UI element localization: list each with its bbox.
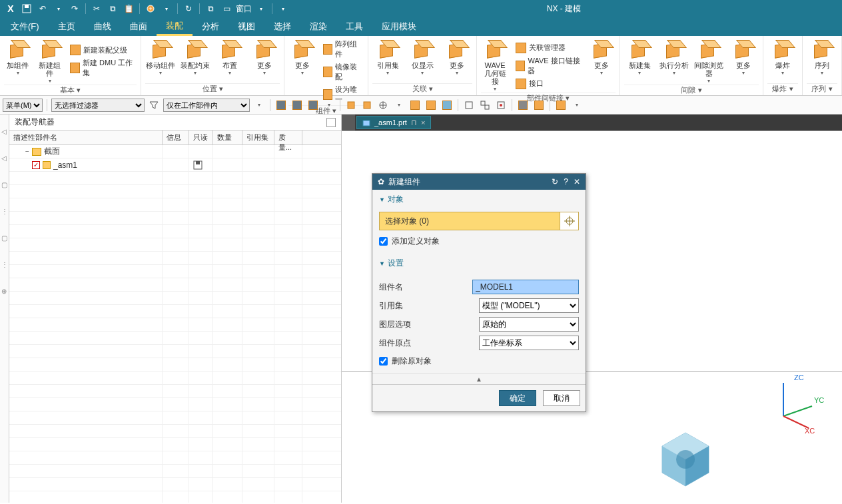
toolbar-dropdown-3[interactable]: ▾	[570, 99, 584, 112]
ribbon-small-btn[interactable]: WAVE 接口链接器	[513, 55, 584, 77]
toolbar-icon-6[interactable]	[376, 99, 390, 112]
toolbar-icon-5[interactable]	[360, 99, 374, 112]
menu-tab-10[interactable]: 应用模块	[372, 17, 426, 36]
paste-icon[interactable]: 📋	[122, 2, 135, 15]
resource-bar[interactable]: ◁ ◁ ▢ ⋮ ▢ ⋮ ⊕	[0, 115, 9, 503]
undo-icon[interactable]: ↶	[36, 2, 49, 15]
toolbar-icon-7[interactable]	[408, 99, 422, 112]
menu-tab-7[interactable]: 选择	[264, 17, 300, 36]
menu-tab-4[interactable]: 装配	[157, 17, 193, 36]
ribbon-btn[interactable]: 执行分析▾	[659, 39, 689, 85]
qat-dropdown2-icon[interactable]: ▾	[160, 2, 173, 15]
ribbon-group-label[interactable]: 序列 ▾	[807, 83, 837, 95]
repeat-icon[interactable]: ↻	[182, 2, 195, 15]
nav-column-header[interactable]: 质量...	[274, 130, 302, 144]
qat-overflow-icon[interactable]: ▾	[276, 2, 290, 15]
menu-tab-8[interactable]: 渲染	[300, 17, 336, 36]
ribbon-btn[interactable]: 布置▾	[214, 39, 245, 83]
selection-filter[interactable]: 无选择过滤器	[51, 99, 145, 112]
ribbon-small-btn[interactable]: 阵列组件	[320, 39, 364, 60]
nav-row[interactable]: −截面	[9, 145, 341, 158]
resource-tab-5[interactable]: ▢	[1, 234, 8, 241]
resource-tab-7[interactable]: ⊕	[1, 288, 8, 294]
window-menu[interactable]: 窗口	[236, 3, 252, 15]
copy-icon[interactable]: ⧉	[106, 2, 119, 15]
redo-icon[interactable]: ↷	[68, 2, 81, 15]
ribbon-small-btn[interactable]: 新建装配父级	[67, 44, 137, 56]
ribbon-btn[interactable]: WAVE 几何链接▾	[481, 39, 509, 93]
menu-tab-5[interactable]: 分析	[193, 17, 228, 36]
ribbon-btn[interactable]: 新建组件▾	[36, 39, 64, 85]
ribbon-btn[interactable]: 仅显示▾	[407, 39, 438, 83]
ribbon-btn[interactable]: 引用集▾	[372, 39, 403, 83]
ribbon-small-btn[interactable]: 关联管理器	[513, 42, 584, 54]
nav-column-header[interactable]: 只读	[189, 130, 213, 144]
dialog-close-icon[interactable]: ✕	[574, 177, 580, 186]
graphics-tab-active[interactable]: _asm1.prt ⊓ ×	[356, 116, 431, 129]
qat-dropdown-icon[interactable]: ▾	[52, 2, 65, 15]
save-icon[interactable]	[20, 2, 33, 15]
delete-original-checkbox[interactable]	[379, 357, 388, 366]
layer-option-select[interactable]: 原始的	[479, 317, 579, 332]
menu-tab-9[interactable]: 工具	[336, 17, 372, 36]
resource-tab-6[interactable]: ⋮	[1, 261, 8, 268]
menu-tab-3[interactable]: 曲面	[121, 17, 157, 36]
dialog-help-icon[interactable]: ?	[564, 177, 568, 186]
component-origin-select[interactable]: 工作坐标系	[479, 336, 579, 350]
toolbar-icon-10[interactable]	[462, 99, 476, 112]
section-object-header[interactable]: 对象	[372, 190, 586, 209]
dialog-reset-icon[interactable]: ↻	[552, 177, 558, 186]
toolbar-icon-9[interactable]	[440, 99, 454, 112]
cancel-button[interactable]: 取消	[543, 390, 580, 406]
toolbar-icon-2[interactable]	[290, 99, 304, 112]
ribbon-group-label[interactable]: 基本 ▾	[4, 85, 137, 95]
ribbon-btn[interactable]: 更多▾	[728, 39, 759, 85]
toolbar-dropdown-2[interactable]: ▾	[392, 99, 406, 112]
toolbar-icon-4[interactable]	[344, 99, 358, 112]
toolbar-icon-1[interactable]	[274, 99, 288, 112]
window-dropdown-icon[interactable]: ▾	[254, 2, 268, 15]
close-icon[interactable]: ×	[421, 119, 425, 126]
ribbon-small-btn[interactable]: 新建 DMU 工作集	[67, 57, 137, 79]
toolbar-icon-13[interactable]	[516, 99, 530, 112]
filter-funnel-icon[interactable]	[147, 99, 161, 112]
dialog-title-bar[interactable]: ✿ 新建组件 ↻ ? ✕	[372, 174, 586, 190]
nav-column-header[interactable]: 引用集	[242, 130, 274, 144]
toolbar-icon-11[interactable]	[478, 99, 492, 112]
ribbon-group-label[interactable]: 间隙 ▾	[624, 85, 759, 95]
ribbon-btn[interactable]: 间隙浏览器▾	[693, 39, 724, 85]
ribbon-small-btn[interactable]: 接口	[513, 78, 584, 90]
toolbar-icon-14[interactable]	[532, 99, 546, 112]
component-name-input[interactable]	[472, 280, 579, 294]
navigator-tree[interactable]: −截面✓_asm1	[9, 145, 341, 503]
ribbon-btn[interactable]: 更多▾	[249, 39, 280, 83]
nav-column-header[interactable]: 信息	[163, 130, 189, 144]
scope-dropdown-icon[interactable]: ▾	[252, 99, 266, 112]
toolbar-dropdown-1[interactable]: ▾	[322, 99, 336, 112]
ribbon-btn[interactable]: 新建集▾	[624, 39, 655, 85]
toolbar-icon-3[interactable]	[306, 99, 320, 112]
nav-row[interactable]: ✓_asm1	[9, 158, 341, 172]
resource-tab-4[interactable]: ⋮	[1, 208, 8, 214]
cut-icon[interactable]: ✂	[90, 2, 103, 15]
nav-column-header[interactable]: 数量	[213, 130, 242, 144]
nav-column-header[interactable]: 描述性部件名	[9, 130, 163, 144]
resource-tab-3[interactable]: ▢	[1, 181, 8, 188]
touch-mode-icon[interactable]: +	[144, 2, 157, 15]
resource-tab-1[interactable]: ◁	[1, 128, 8, 134]
ribbon-btn[interactable]: 装配约束▾	[180, 39, 210, 83]
ribbon-btn[interactable]: 移动组件▾	[145, 39, 176, 83]
menu-tab-6[interactable]: 视图	[228, 17, 264, 36]
gear-icon[interactable]: ✿	[378, 177, 384, 186]
ribbon-btn[interactable]: 爆炸▾	[767, 39, 798, 83]
add-defining-object-checkbox[interactable]	[379, 237, 388, 246]
pin-icon[interactable]	[326, 118, 336, 127]
ribbon-small-btn[interactable]: 镜像装配	[320, 61, 364, 83]
app-logo[interactable]: X	[4, 2, 17, 15]
resource-tab-2[interactable]: ◁	[1, 154, 8, 161]
window-layout-icon[interactable]: ▭	[220, 2, 233, 15]
ribbon-btn[interactable]: 加组件▾	[4, 39, 32, 85]
ribbon-btn[interactable]: 更多▾	[588, 39, 616, 93]
ribbon-btn[interactable]: 更多▾	[288, 39, 316, 105]
menu-dropdown[interactable]: 菜单(M)	[3, 99, 43, 112]
